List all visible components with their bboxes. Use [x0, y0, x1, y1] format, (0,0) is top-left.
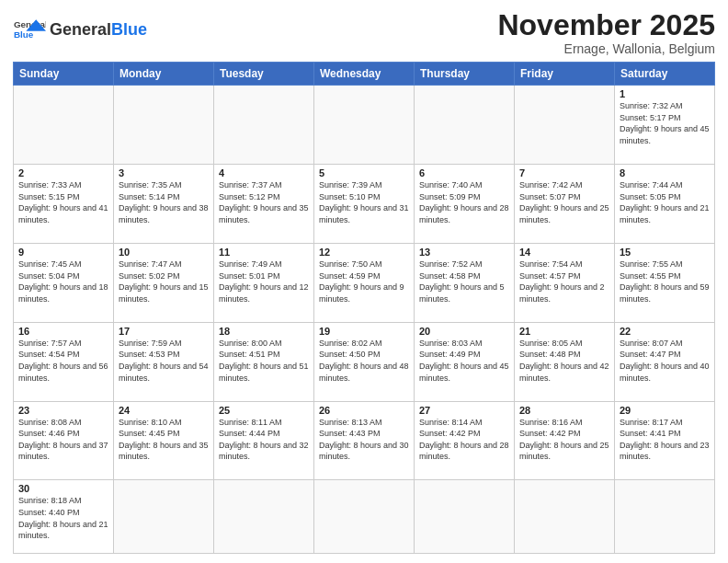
day-info: Sunrise: 7:35 AM Sunset: 5:14 PM Dayligh…	[119, 179, 209, 225]
calendar-week-row: 30Sunrise: 8:18 AM Sunset: 4:40 PM Dayli…	[14, 480, 715, 554]
logo-icon: General Blue	[13, 13, 46, 46]
day-info: Sunrise: 8:03 AM Sunset: 4:49 PM Dayligh…	[419, 338, 509, 384]
calendar-cell: 4Sunrise: 7:37 AM Sunset: 5:12 PM Daylig…	[214, 165, 314, 244]
day-number: 28	[519, 405, 609, 416]
day-number: 10	[119, 247, 209, 258]
day-number: 6	[419, 167, 509, 178]
logo: General Blue GeneralBlue	[13, 13, 147, 46]
day-number: 3	[119, 167, 209, 178]
calendar-cell: 26Sunrise: 8:13 AM Sunset: 4:43 PM Dayli…	[314, 401, 415, 480]
calendar-cell	[14, 86, 114, 165]
location: Ernage, Wallonia, Belgium	[497, 41, 715, 56]
day-number: 21	[519, 326, 609, 337]
calendar-cell	[515, 480, 615, 554]
day-info: Sunrise: 7:37 AM Sunset: 5:12 PM Dayligh…	[219, 179, 309, 225]
calendar-cell: 17Sunrise: 7:59 AM Sunset: 4:53 PM Dayli…	[114, 322, 214, 401]
day-number: 23	[18, 405, 108, 416]
calendar-cell: 30Sunrise: 8:18 AM Sunset: 4:40 PM Dayli…	[14, 480, 114, 554]
day-info: Sunrise: 8:11 AM Sunset: 4:44 PM Dayligh…	[219, 417, 309, 463]
calendar-cell: 16Sunrise: 7:57 AM Sunset: 4:54 PM Dayli…	[14, 322, 114, 401]
day-number: 26	[319, 405, 409, 416]
calendar-cell: 19Sunrise: 8:02 AM Sunset: 4:50 PM Dayli…	[314, 322, 415, 401]
day-number: 12	[319, 247, 409, 258]
day-info: Sunrise: 8:00 AM Sunset: 4:51 PM Dayligh…	[219, 338, 309, 384]
calendar-cell: 12Sunrise: 7:50 AM Sunset: 4:59 PM Dayli…	[314, 243, 415, 322]
calendar-cell	[415, 480, 515, 554]
day-info: Sunrise: 7:33 AM Sunset: 5:15 PM Dayligh…	[18, 179, 108, 225]
col-tuesday: Tuesday	[214, 63, 314, 86]
day-info: Sunrise: 7:47 AM Sunset: 5:02 PM Dayligh…	[119, 259, 209, 304]
logo-blue: Blue	[111, 20, 147, 39]
day-number: 17	[119, 326, 209, 337]
day-number: 24	[119, 405, 209, 416]
month-title: November 2025	[497, 9, 715, 41]
day-info: Sunrise: 8:14 AM Sunset: 4:42 PM Dayligh…	[419, 417, 509, 463]
calendar-cell: 23Sunrise: 8:08 AM Sunset: 4:46 PM Dayli…	[14, 401, 114, 480]
calendar-cell: 2Sunrise: 7:33 AM Sunset: 5:15 PM Daylig…	[14, 165, 114, 244]
day-number: 8	[620, 167, 710, 178]
day-info: Sunrise: 8:08 AM Sunset: 4:46 PM Dayligh…	[18, 417, 108, 463]
calendar-week-row: 23Sunrise: 8:08 AM Sunset: 4:46 PM Dayli…	[14, 401, 715, 480]
day-info: Sunrise: 8:10 AM Sunset: 4:45 PM Dayligh…	[119, 417, 209, 463]
day-info: Sunrise: 7:57 AM Sunset: 4:54 PM Dayligh…	[18, 338, 108, 384]
day-info: Sunrise: 7:49 AM Sunset: 5:01 PM Dayligh…	[219, 259, 309, 304]
calendar-week-row: 1Sunrise: 7:32 AM Sunset: 5:17 PM Daylig…	[14, 86, 715, 165]
day-info: Sunrise: 7:45 AM Sunset: 5:04 PM Dayligh…	[18, 259, 108, 304]
day-number: 2	[18, 167, 108, 178]
calendar-cell: 25Sunrise: 8:11 AM Sunset: 4:44 PM Dayli…	[214, 401, 314, 480]
calendar-cell	[314, 480, 415, 554]
day-number: 1	[620, 88, 710, 99]
day-number: 30	[18, 483, 108, 494]
col-sunday: Sunday	[14, 63, 114, 86]
calendar-cell: 10Sunrise: 7:47 AM Sunset: 5:02 PM Dayli…	[114, 243, 214, 322]
day-info: Sunrise: 7:39 AM Sunset: 5:10 PM Dayligh…	[319, 179, 409, 225]
day-number: 16	[18, 326, 108, 337]
day-number: 27	[419, 405, 509, 416]
day-info: Sunrise: 7:44 AM Sunset: 5:05 PM Dayligh…	[620, 179, 710, 225]
day-number: 18	[219, 326, 309, 337]
calendar-week-row: 2Sunrise: 7:33 AM Sunset: 5:15 PM Daylig…	[14, 165, 715, 244]
day-number: 5	[319, 167, 409, 178]
calendar-cell: 22Sunrise: 8:07 AM Sunset: 4:47 PM Dayli…	[615, 322, 715, 401]
day-info: Sunrise: 7:54 AM Sunset: 4:57 PM Dayligh…	[519, 259, 609, 304]
page: General Blue GeneralBlue November 2025 E…	[0, 0, 728, 563]
header: General Blue GeneralBlue November 2025 E…	[13, 9, 715, 56]
day-info: Sunrise: 7:32 AM Sunset: 5:17 PM Dayligh…	[620, 100, 710, 146]
title-block: November 2025 Ernage, Wallonia, Belgium	[497, 9, 715, 56]
day-number: 19	[319, 326, 409, 337]
calendar-cell	[114, 480, 214, 554]
day-number: 14	[519, 247, 609, 258]
calendar-cell: 7Sunrise: 7:42 AM Sunset: 5:07 PM Daylig…	[515, 165, 615, 244]
calendar-cell: 14Sunrise: 7:54 AM Sunset: 4:57 PM Dayli…	[515, 243, 615, 322]
day-info: Sunrise: 7:50 AM Sunset: 4:59 PM Dayligh…	[319, 259, 409, 304]
col-wednesday: Wednesday	[314, 63, 415, 86]
calendar-cell: 8Sunrise: 7:44 AM Sunset: 5:05 PM Daylig…	[615, 165, 715, 244]
day-info: Sunrise: 7:52 AM Sunset: 4:58 PM Dayligh…	[419, 259, 509, 304]
calendar-cell: 20Sunrise: 8:03 AM Sunset: 4:49 PM Dayli…	[415, 322, 515, 401]
day-number: 4	[219, 167, 309, 178]
calendar-cell	[214, 86, 314, 165]
day-info: Sunrise: 7:40 AM Sunset: 5:09 PM Dayligh…	[419, 179, 509, 225]
calendar-table: Sunday Monday Tuesday Wednesday Thursday…	[13, 62, 715, 554]
calendar-cell	[415, 86, 515, 165]
calendar-cell: 18Sunrise: 8:00 AM Sunset: 4:51 PM Dayli…	[214, 322, 314, 401]
calendar-cell	[114, 86, 214, 165]
calendar-cell: 27Sunrise: 8:14 AM Sunset: 4:42 PM Dayli…	[415, 401, 515, 480]
calendar-cell: 29Sunrise: 8:17 AM Sunset: 4:41 PM Dayli…	[615, 401, 715, 480]
col-saturday: Saturday	[615, 63, 715, 86]
day-info: Sunrise: 7:59 AM Sunset: 4:53 PM Dayligh…	[119, 338, 209, 384]
col-friday: Friday	[515, 63, 615, 86]
calendar-week-row: 16Sunrise: 7:57 AM Sunset: 4:54 PM Dayli…	[14, 322, 715, 401]
calendar-cell: 5Sunrise: 7:39 AM Sunset: 5:10 PM Daylig…	[314, 165, 415, 244]
day-number: 22	[620, 326, 710, 337]
calendar-week-row: 9Sunrise: 7:45 AM Sunset: 5:04 PM Daylig…	[14, 243, 715, 322]
calendar-cell: 24Sunrise: 8:10 AM Sunset: 4:45 PM Dayli…	[114, 401, 214, 480]
day-number: 13	[419, 247, 509, 258]
calendar-cell	[214, 480, 314, 554]
calendar-cell	[615, 480, 715, 554]
calendar-cell	[515, 86, 615, 165]
day-number: 11	[219, 247, 309, 258]
day-info: Sunrise: 8:17 AM Sunset: 4:41 PM Dayligh…	[620, 417, 710, 463]
calendar-cell: 6Sunrise: 7:40 AM Sunset: 5:09 PM Daylig…	[415, 165, 515, 244]
day-number: 25	[219, 405, 309, 416]
